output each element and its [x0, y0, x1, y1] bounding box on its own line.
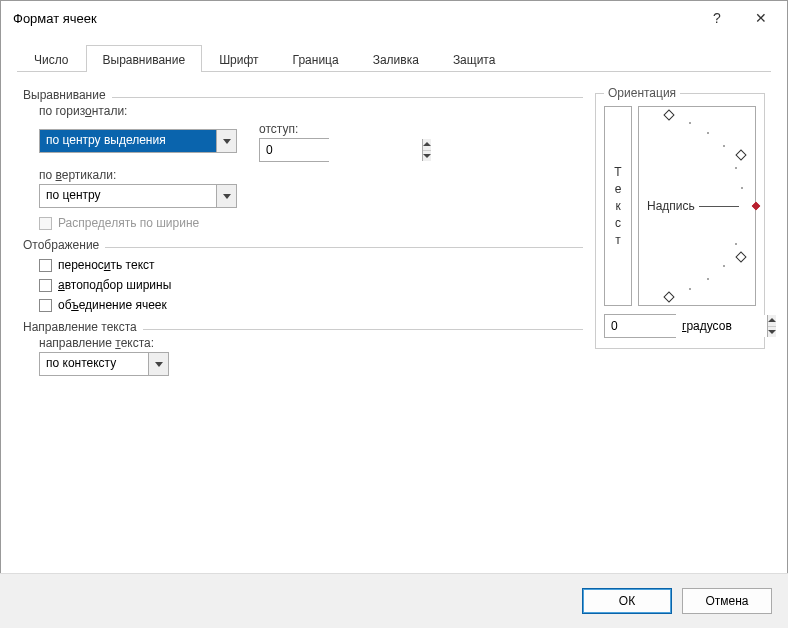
text-direction-label: направление текста: [39, 336, 583, 350]
close-button[interactable]: ✕ [739, 3, 783, 33]
dial-mark-m90[interactable] [663, 291, 674, 302]
vertical-combo[interactable]: по центру [39, 184, 237, 208]
dialog-footer: ОК Отмена [0, 573, 788, 628]
vertical-label: по вертикали: [39, 168, 583, 182]
checkbox-box [39, 279, 52, 292]
tab-number[interactable]: Число [17, 45, 86, 72]
orientation-legend: Ориентация [604, 86, 680, 100]
horizontal-combo-button[interactable] [216, 130, 236, 152]
title-bar: Формат ячеек ? ✕ [1, 1, 787, 35]
text-direction-combo-button[interactable] [148, 353, 168, 375]
tab-border[interactable]: Граница [276, 45, 356, 72]
shrink-to-fit-label: автоподбор ширины [58, 278, 171, 292]
dial-needle [699, 206, 739, 207]
merge-cells-checkbox[interactable]: объединение ячеек [39, 298, 583, 312]
cancel-button[interactable]: Отмена [682, 588, 772, 614]
tab-strip: Число Выравнивание Шрифт Граница Заливка… [17, 45, 771, 72]
dial-mark-m45[interactable] [735, 251, 746, 262]
close-icon: ✕ [755, 10, 767, 26]
chevron-up-icon [768, 318, 776, 322]
merge-cells-label: объединение ячеек [58, 298, 167, 312]
justify-distributed-checkbox: Распределять по ширине [39, 216, 583, 230]
group-text-direction: Направление текста [23, 322, 583, 334]
chevron-up-icon [423, 142, 431, 146]
vertical-text-label: Текст [614, 164, 621, 249]
degrees-label: градусов [682, 319, 732, 333]
degrees-step-up[interactable] [768, 315, 776, 326]
vertical-text-button[interactable]: Текст [604, 106, 632, 306]
dial-label: Надпись [647, 199, 695, 213]
text-direction-combo[interactable]: по контексту [39, 352, 169, 376]
ok-button[interactable]: ОК [582, 588, 672, 614]
tab-fill[interactable]: Заливка [356, 45, 436, 72]
dial-mark-90[interactable] [663, 109, 674, 120]
indent-input[interactable] [260, 139, 422, 161]
justify-distributed-label: Распределять по ширине [58, 216, 199, 230]
horizontal-combo[interactable]: по центру выделения [39, 129, 237, 153]
chevron-down-icon [423, 154, 431, 158]
orientation-dial[interactable]: Надпись [638, 106, 756, 306]
wrap-text-checkbox[interactable]: переносить текст [39, 258, 583, 272]
indent-step-down[interactable] [423, 150, 431, 162]
chevron-down-icon [223, 194, 231, 199]
help-icon: ? [713, 10, 721, 26]
group-display: Отображение [23, 240, 583, 252]
dial-mark-45[interactable] [735, 149, 746, 160]
checkbox-box [39, 299, 52, 312]
panel-alignment: Выравнивание по горизонтали: по центру в… [17, 72, 771, 382]
wrap-text-label: переносить текст [58, 258, 155, 272]
vertical-value: по центру [40, 185, 216, 207]
indent-step-up[interactable] [423, 139, 431, 150]
chevron-down-icon [155, 362, 163, 367]
group-alignment: Выравнивание [23, 90, 583, 102]
tab-protection[interactable]: Защита [436, 45, 513, 72]
vertical-combo-button[interactable] [216, 185, 236, 207]
horizontal-label: по горизонтали: [39, 104, 583, 118]
chevron-down-icon [223, 139, 231, 144]
tab-alignment[interactable]: Выравнивание [86, 45, 203, 72]
tab-font[interactable]: Шрифт [202, 45, 275, 72]
degrees-step-down[interactable] [768, 326, 776, 338]
dial-handle[interactable] [752, 202, 760, 210]
text-direction-value: по контексту [40, 353, 148, 375]
orientation-group: Ориентация Текст Надпись [595, 86, 765, 349]
help-button[interactable]: ? [695, 3, 739, 33]
shrink-to-fit-checkbox[interactable]: автоподбор ширины [39, 278, 583, 292]
checkbox-box [39, 259, 52, 272]
checkbox-box [39, 217, 52, 230]
horizontal-value: по центру выделения [40, 130, 216, 152]
indent-spinner[interactable] [259, 138, 329, 162]
chevron-down-icon [768, 330, 776, 334]
indent-label: отступ: [259, 122, 329, 136]
window-title: Формат ячеек [13, 11, 695, 26]
degrees-spinner[interactable] [604, 314, 676, 338]
